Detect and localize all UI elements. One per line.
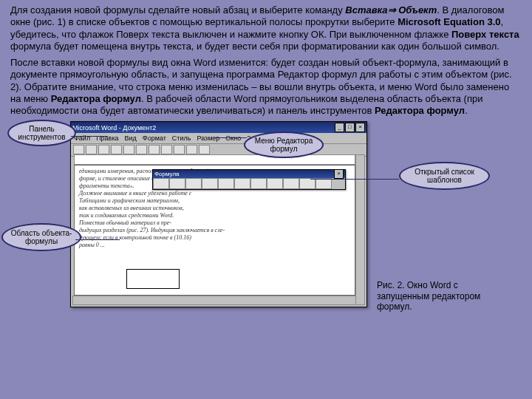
close-icon[interactable]: × xyxy=(355,123,365,132)
menu-item[interactable]: Вид xyxy=(125,134,137,142)
word-window: Microsoft Word - Документ2 _ □ × Файл Пр… xyxy=(70,121,367,307)
equation-toolbar-title: Формула × xyxy=(153,170,345,178)
scrollbar-vertical[interactable] xyxy=(355,154,365,305)
paragraph-2: После вставки новой формулы вид окна Wor… xyxy=(0,52,532,117)
template-button[interactable] xyxy=(202,178,218,189)
template-button[interactable] xyxy=(153,178,169,189)
scrollbar-horizontal[interactable] xyxy=(72,296,356,305)
callout-editor-menu: Меню Редактора формул xyxy=(244,132,324,158)
tool-button[interactable] xyxy=(149,145,160,154)
tool-button[interactable] xyxy=(199,145,210,154)
connector-line xyxy=(214,137,247,138)
doc-line: так и создаваемых средствами Word. xyxy=(79,212,350,219)
doc-line: дующем: если в контрольной точке в (10.1… xyxy=(79,234,350,242)
text: Для создания новой формулы сделайте новы… xyxy=(10,4,345,16)
arrow-icon: ⇒ xyxy=(388,4,399,16)
window-titlebar: Microsoft Word - Документ2 _ □ × xyxy=(71,122,366,133)
ruler xyxy=(74,154,355,165)
editor-name: Редактора формул xyxy=(51,93,141,104)
doc-line: Таблицами и графическим материалом, xyxy=(79,197,350,205)
tool-button[interactable] xyxy=(136,145,147,154)
doc-line: равны 0 ... xyxy=(79,242,350,249)
template-button[interactable] xyxy=(283,178,299,189)
template-button[interactable] xyxy=(169,178,185,189)
menu-item[interactable]: Стиль xyxy=(172,134,191,142)
doc-line: Поместив обычный материал в пре- xyxy=(79,219,350,227)
doc-line: дыдущих разделах (рис. 27). Индукция зак… xyxy=(79,227,350,234)
template-button[interactable] xyxy=(299,178,316,189)
figure-2: Microsoft Word - Документ2 _ □ × Файл Пр… xyxy=(37,121,510,328)
callout-template-list: Открытый список шаблонов xyxy=(399,162,490,190)
connector-line xyxy=(71,136,108,137)
tool-button[interactable] xyxy=(98,145,109,154)
connector-line xyxy=(75,239,120,240)
figure-caption: Рис. 2. Окно Word с запущенным редакторо… xyxy=(377,280,502,312)
tool-button[interactable] xyxy=(123,145,134,154)
maximize-icon[interactable]: □ xyxy=(345,123,355,132)
paragraph-1: Для создания новой формулы сделайте новы… xyxy=(0,0,532,52)
close-icon[interactable]: × xyxy=(334,169,344,179)
minimize-icon[interactable]: _ xyxy=(335,123,344,132)
template-button[interactable] xyxy=(267,178,283,189)
template-button[interactable] xyxy=(234,178,250,189)
tool-button[interactable] xyxy=(186,145,197,154)
ms-equation: Microsoft Equation 3.0 xyxy=(398,16,500,27)
flag-label: Поверх текста xyxy=(451,29,519,40)
template-button[interactable] xyxy=(316,178,332,189)
template-button[interactable] xyxy=(185,178,202,189)
template-button[interactable] xyxy=(218,178,234,189)
object-frame[interactable] xyxy=(126,269,180,289)
cmd-insert: Вставка xyxy=(345,4,387,16)
text: . xyxy=(465,105,468,116)
connector-line xyxy=(310,179,399,180)
window-title: Microsoft Word - Документ2 xyxy=(72,124,156,132)
callout-object-area: Область объекта-формулы xyxy=(1,223,81,251)
doc-line: как вставляемых из внешних источников, xyxy=(79,205,350,212)
menu-item[interactable]: Формат xyxy=(143,134,166,142)
tool-button[interactable] xyxy=(174,145,185,154)
menu-item[interactable]: Окно xyxy=(225,134,241,142)
menu-item[interactable]: Размер xyxy=(197,134,219,142)
callout-toolbar: Панель инструментов xyxy=(7,120,76,146)
doc-line: Должное внимание в книге уделено работе … xyxy=(79,190,350,197)
cmd-object: Объект xyxy=(398,4,437,16)
editor-name: Редактора формул xyxy=(375,105,465,116)
tool-button[interactable] xyxy=(86,145,97,154)
template-button[interactable] xyxy=(250,178,267,189)
text: формула будет помещена внутрь текста, и … xyxy=(10,41,499,52)
tool-button[interactable] xyxy=(161,145,172,154)
tool-button[interactable] xyxy=(73,145,84,154)
tool-button[interactable] xyxy=(111,145,122,154)
equation-toolbar[interactable]: Формула × xyxy=(152,169,346,190)
